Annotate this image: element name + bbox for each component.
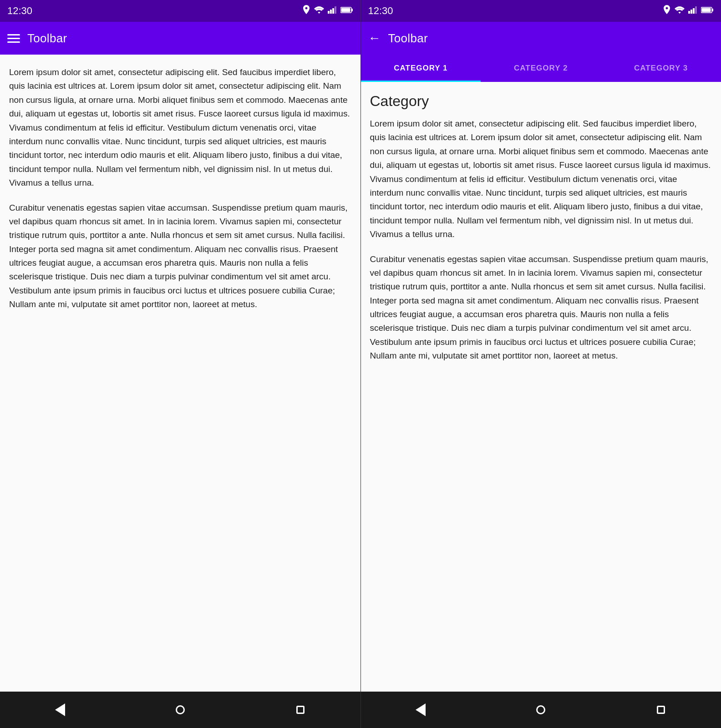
svg-rect-13	[712, 9, 713, 11]
signal-icon-right	[688, 6, 697, 16]
right-phone: 12:30	[360, 0, 721, 728]
status-bar-right: 12:30	[361, 0, 721, 22]
tab-category2[interactable]: CATEGORY 2	[481, 55, 601, 82]
svg-rect-8	[691, 10, 692, 14]
nav-back-left[interactable]	[46, 696, 74, 723]
location-icon-right	[663, 5, 671, 17]
status-time-right: 12:30	[368, 5, 393, 17]
battery-icon-right	[701, 6, 714, 16]
nav-home-right[interactable]	[527, 696, 554, 723]
nav-recents-right[interactable]	[647, 696, 675, 723]
nav-bar-left	[0, 692, 360, 728]
content-left: Lorem ipsum dolor sit amet, consectetur …	[0, 55, 360, 692]
wifi-icon-right	[675, 6, 685, 16]
svg-rect-3	[335, 6, 336, 14]
wifi-icon-left	[314, 6, 324, 16]
toolbar-title-left: Toolbar	[27, 31, 67, 46]
svg-rect-6	[351, 9, 353, 11]
svg-rect-2	[332, 8, 334, 14]
left-phone: 12:30	[0, 0, 360, 728]
svg-rect-9	[693, 8, 695, 14]
toolbar-right: ← Toolbar	[361, 22, 721, 55]
svg-rect-5	[341, 8, 350, 12]
svg-rect-1	[330, 10, 332, 14]
status-bar-left: 12:30	[0, 0, 360, 22]
status-icons-right	[663, 5, 714, 17]
status-time-left: 12:30	[7, 5, 32, 17]
svg-rect-0	[328, 11, 330, 14]
tab-category1[interactable]: CATEGORY 1	[361, 55, 481, 82]
battery-icon-left	[340, 6, 353, 16]
nav-recents-left[interactable]	[287, 696, 314, 723]
content-right: Category Lorem ipsum dolor sit amet, con…	[361, 82, 721, 692]
svg-rect-12	[702, 8, 711, 12]
nav-back-right[interactable]	[407, 696, 434, 723]
tabs-bar: CATEGORY 1 CATEGORY 2 CATEGORY 3	[361, 55, 721, 82]
tab-category3[interactable]: CATEGORY 3	[601, 55, 721, 82]
paragraph1-right: Lorem ipsum dolor sit amet, consectetur …	[370, 117, 712, 242]
hamburger-menu[interactable]	[7, 34, 20, 43]
paragraph2-right: Curabitur venenatis egestas sapien vitae…	[370, 253, 712, 363]
status-icons-left	[302, 5, 353, 17]
category-heading: Category	[370, 93, 712, 110]
nav-home-left[interactable]	[167, 696, 194, 723]
paragraph2-left: Curabitur venenatis egestas sapien vitae…	[9, 201, 351, 312]
svg-rect-10	[695, 6, 697, 14]
paragraph1-left: Lorem ipsum dolor sit amet, consectetur …	[9, 66, 351, 190]
signal-icon-left	[328, 6, 337, 16]
nav-bar-right	[361, 692, 721, 728]
location-icon	[302, 5, 310, 17]
toolbar-title-right: Toolbar	[388, 31, 428, 46]
back-button[interactable]: ←	[368, 31, 381, 46]
svg-rect-7	[688, 11, 690, 14]
toolbar-left: Toolbar	[0, 22, 360, 55]
